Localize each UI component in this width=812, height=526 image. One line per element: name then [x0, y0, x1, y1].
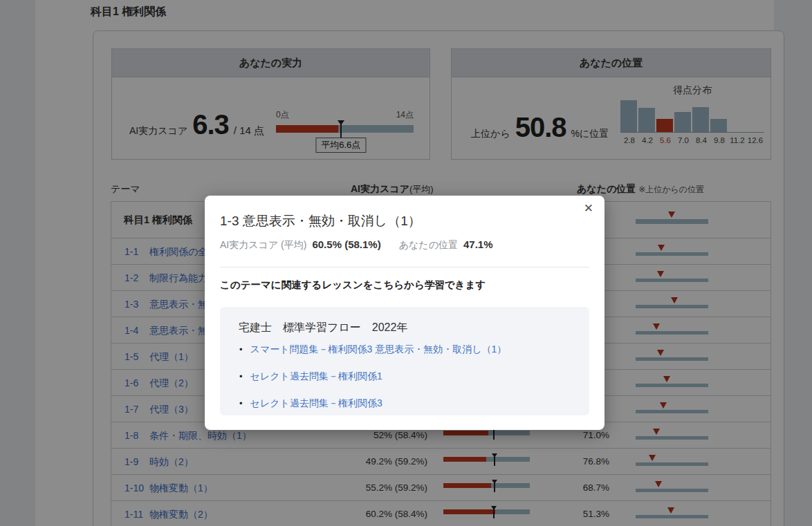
page: 科目1 権利関係 あなたの実力 AI実力スコア 6.3 / 14 点 0点 14…	[0, 0, 812, 526]
lesson-link[interactable]: スマート問題集－権利関係3 意思表示・無効・取消し（1）	[250, 344, 507, 356]
bullet-icon: •	[239, 344, 243, 355]
lesson-item: •セレクト過去問集－権利関係1	[239, 370, 506, 383]
bullet-icon: •	[239, 398, 243, 408]
lesson-item: •スマート問題集－権利関係3 意思表示・無効・取消し（1）	[239, 344, 506, 356]
modal-title: 1-3 意思表示・無効・取消し（1）	[220, 212, 421, 230]
lesson-link[interactable]: セレクト過去問集－権利関係3	[250, 397, 382, 410]
lesson-list: •スマート問題集－権利関係3 意思表示・無効・取消し（1）•セレクト過去問集－権…	[239, 344, 506, 424]
modal-position-value: 47.1%	[463, 238, 493, 250]
modal-score-label: AI実力スコア (平均)	[220, 239, 306, 252]
modal-lead-text: このテーマに関連するレッスンをこちらから学習できます	[220, 279, 486, 292]
theme-detail-modal: ✕ 1-3 意思表示・無効・取消し（1） AI実力スコア (平均) 60.5% …	[205, 196, 605, 430]
lesson-item: •セレクト過去問集－権利関係3	[239, 397, 506, 410]
modal-stats: AI実力スコア (平均) 60.5% (58.1%) あなたの位置 47.1%	[220, 238, 493, 252]
close-icon[interactable]: ✕	[582, 200, 596, 216]
modal-divider	[220, 267, 589, 267]
bullet-icon: •	[239, 371, 243, 382]
lesson-link[interactable]: セレクト過去問集－権利関係1	[250, 370, 382, 383]
modal-position-label: あなたの位置	[399, 239, 458, 252]
lesson-box: 宅建士 標準学習フロー 2022年 •スマート問題集－権利関係3 意思表示・無効…	[220, 307, 589, 415]
course-title: 宅建士 標準学習フロー 2022年	[239, 321, 407, 335]
modal-score-value: 60.5% (58.1%)	[312, 238, 380, 250]
